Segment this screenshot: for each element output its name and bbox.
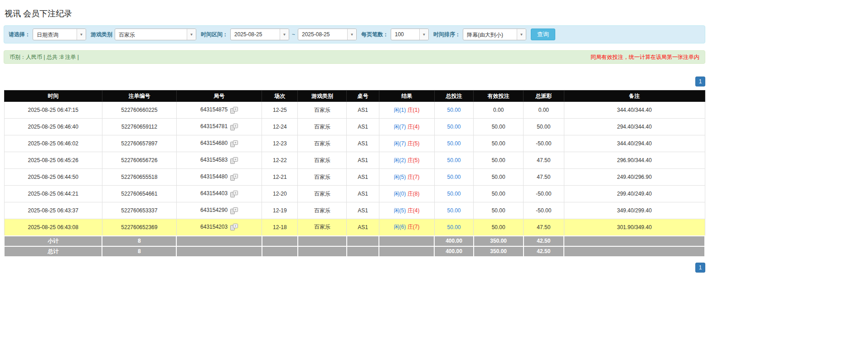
cell-game: 百家乐 xyxy=(298,202,347,219)
cell-remark: 299.40/249.40 xyxy=(564,186,705,202)
cell-bet-id: 522760652369 xyxy=(102,219,176,236)
page-title: 视讯 会员下注纪录 xyxy=(5,8,705,19)
summary-label: 小计 xyxy=(4,236,102,246)
cell-round: 643154290 xyxy=(176,202,262,219)
round-id: 643154680 xyxy=(200,140,228,146)
summary-row: 总计8400.00350.0042.50 xyxy=(4,246,705,257)
game-replay-icon[interactable] xyxy=(230,157,238,164)
game-replay-icon[interactable] xyxy=(230,140,238,147)
table-row: 2025-08-25 06:46:40522760659112643154781… xyxy=(4,119,705,135)
total-bet-link[interactable]: 50.00 xyxy=(447,224,461,230)
cell-table: AS1 xyxy=(347,219,379,236)
cell-valid-bet: 50.00 xyxy=(474,169,524,186)
cell-game: 百家乐 xyxy=(298,219,347,236)
cell-remark: 344.40/344.40 xyxy=(564,102,705,119)
cell-session: 12-25 xyxy=(262,102,298,119)
cell-valid-bet: 50.00 xyxy=(474,152,524,169)
pagination-bottom: 1 xyxy=(4,263,705,273)
summary-bar: 币别：人民币 | 总共 :8 注单 | 同局有效投注，统一计算在该局第一张注单内 xyxy=(4,50,705,64)
summary-empty-cell xyxy=(176,246,262,257)
date-range-label: 时间区间： xyxy=(201,31,228,38)
summary-payout: 42.50 xyxy=(524,246,564,257)
cell-session: 12-20 xyxy=(262,186,298,202)
query-mode-value: 日期查询 xyxy=(33,29,77,40)
cell-total-bet: 50.00 xyxy=(434,186,474,202)
chevron-down-icon[interactable]: ▼ xyxy=(419,29,428,40)
cell-result: 闲(6) 庄(7) xyxy=(379,219,434,236)
column-header-payout: 总派彩 xyxy=(524,91,564,102)
cell-session: 12-23 xyxy=(262,135,298,152)
summary-empty-cell xyxy=(347,236,379,246)
cell-session: 12-22 xyxy=(262,152,298,169)
cell-total-bet: 50.00 xyxy=(434,169,474,186)
chevron-down-icon[interactable]: ▼ xyxy=(187,29,196,40)
page-1-button[interactable]: 1 xyxy=(695,77,705,86)
cell-remark: 349.40/299.40 xyxy=(564,202,705,219)
result-player: 闲(1) xyxy=(394,107,406,113)
total-bet-link[interactable]: 50.00 xyxy=(447,174,461,180)
search-button[interactable]: 查询 xyxy=(531,29,555,40)
table-row: 2025-08-25 06:46:02522760657897643154680… xyxy=(4,135,705,152)
game-replay-icon[interactable] xyxy=(230,124,238,130)
cell-bet-id: 522760653337 xyxy=(102,202,176,219)
cell-game: 百家乐 xyxy=(298,186,347,202)
cell-payout: 47.50 xyxy=(524,169,564,186)
game-replay-icon[interactable] xyxy=(230,224,238,230)
game-type-select[interactable]: 百家乐 ▼ xyxy=(115,29,196,40)
column-header-result: 结果 xyxy=(379,91,434,102)
query-mode-select[interactable]: 日期查询 ▼ xyxy=(33,29,86,40)
total-bet-link[interactable]: 50.00 xyxy=(447,124,461,130)
cell-payout: -50.00 xyxy=(524,135,564,152)
cell-valid-bet: 50.00 xyxy=(474,219,524,236)
cell-total-bet: 50.00 xyxy=(434,119,474,135)
date-to-select[interactable]: 2025-08-25 ▼ xyxy=(298,29,357,40)
result-banker: 庄(7) xyxy=(407,224,420,230)
total-bet-link[interactable]: 50.00 xyxy=(447,207,461,214)
table-row: 2025-08-25 06:47:15522760660225643154875… xyxy=(4,102,705,119)
total-bet-link[interactable]: 50.00 xyxy=(447,140,461,147)
page-size-select[interactable]: 100 ▼ xyxy=(391,29,429,40)
cell-total-bet: 50.00 xyxy=(434,219,474,236)
result-banker: 庄(7) xyxy=(407,174,420,180)
cell-valid-bet: 50.00 xyxy=(474,135,524,152)
page-size-value: 100 xyxy=(391,29,419,40)
cell-table: AS1 xyxy=(347,186,379,202)
summary-empty-cell xyxy=(262,246,298,257)
time-sort-value: 降幕(由大到小) xyxy=(463,29,517,40)
total-bet-link[interactable]: 50.00 xyxy=(447,191,461,197)
game-replay-icon[interactable] xyxy=(230,107,238,114)
table-row: 2025-08-25 06:43:08522760652369643154203… xyxy=(4,219,705,236)
game-replay-icon[interactable] xyxy=(230,174,238,181)
summary-note-text: 同局有效投注，统一计算在该局第一张注单内 xyxy=(591,53,699,61)
page-1-button[interactable]: 1 xyxy=(695,263,705,273)
cell-time: 2025-08-25 06:43:37 xyxy=(4,202,102,219)
cell-game: 百家乐 xyxy=(298,119,347,135)
table-header-row: 时间注单编号局号场次游戏类别桌号结果总投注有效投注总派彩备注 xyxy=(4,91,705,102)
result-player: 闲(2) xyxy=(394,157,406,163)
date-from-value: 2025-08-25 xyxy=(231,29,280,40)
cell-game: 百家乐 xyxy=(298,169,347,186)
game-replay-icon[interactable] xyxy=(230,207,238,214)
chevron-down-icon[interactable]: ▼ xyxy=(280,29,289,40)
filter-bar: 请选择： 日期查询 ▼ 游戏类别 百家乐 ▼ 时间区间： 2025-08-25 … xyxy=(4,25,705,43)
cell-round: 643154480 xyxy=(176,169,262,186)
column-header-bet_id: 注单编号 xyxy=(102,91,176,102)
total-bet-link[interactable]: 50.00 xyxy=(447,157,461,163)
time-sort-select[interactable]: 降幕(由大到小) ▼ xyxy=(463,29,526,40)
cell-valid-bet: 50.00 xyxy=(474,186,524,202)
cell-payout: 50.00 xyxy=(524,119,564,135)
cell-result: 闲(1) 庄(1) xyxy=(379,102,434,119)
cell-result: 闲(0) 庄(8) xyxy=(379,186,434,202)
cell-valid-bet: 0.00 xyxy=(474,102,524,119)
chevron-down-icon[interactable]: ▼ xyxy=(517,29,526,40)
chevron-down-icon[interactable]: ▼ xyxy=(77,29,86,40)
date-from-select[interactable]: 2025-08-25 ▼ xyxy=(230,29,289,40)
page-container: 视讯 会员下注纪录 请选择： 日期查询 ▼ 游戏类别 百家乐 ▼ 时间区间： 2… xyxy=(0,0,705,283)
total-bet-link[interactable]: 50.00 xyxy=(447,107,461,113)
summary-empty-cell xyxy=(564,246,705,257)
chevron-down-icon[interactable]: ▼ xyxy=(347,29,356,40)
summary-count: 8 xyxy=(102,246,176,257)
game-replay-icon[interactable] xyxy=(230,191,238,197)
column-header-round: 局号 xyxy=(176,91,262,102)
cell-table: AS1 xyxy=(347,102,379,119)
